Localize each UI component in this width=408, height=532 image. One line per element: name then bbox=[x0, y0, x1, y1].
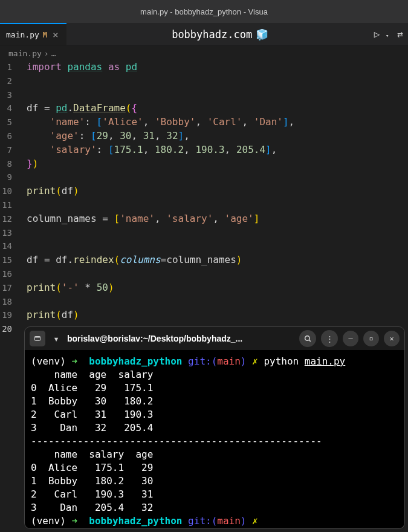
site-label: bobbyhadz.com 🧊 bbox=[66, 23, 374, 45]
svg-rect-1 bbox=[35, 337, 40, 338]
breadcrumb[interactable]: main.py › … bbox=[0, 46, 408, 60]
terminal-new-tab-button[interactable] bbox=[30, 331, 45, 346]
svg-point-2 bbox=[305, 336, 309, 340]
terminal-output[interactable]: (venv) ➜ bobbyhadz_python git:(main) ✗ p… bbox=[25, 350, 404, 528]
maximize-icon[interactable]: ▫ bbox=[363, 331, 379, 346]
breadcrumb-file: main.py bbox=[8, 49, 42, 58]
breadcrumb-sep: › bbox=[44, 49, 49, 58]
editor[interactable]: 1234567891011121314151617181920 import p… bbox=[0, 60, 408, 336]
git-compare-icon[interactable]: ⇄ bbox=[397, 28, 403, 40]
window-title: main.py - bobbyhadz_python - Visua bbox=[140, 7, 268, 16]
menu-icon[interactable]: ⋮ bbox=[321, 330, 338, 347]
cube-icon: 🧊 bbox=[256, 28, 268, 41]
code-area[interactable]: import pandas as pd df = pd.DataFrame({ … bbox=[15, 60, 294, 336]
line-gutter: 1234567891011121314151617181920 bbox=[0, 60, 15, 336]
window-title-bar: main.py - bobbyhadz_python - Visua bbox=[0, 0, 408, 23]
breadcrumb-rest: … bbox=[51, 49, 56, 58]
minimize-icon[interactable]: — bbox=[343, 331, 358, 346]
tabs-row: main.py M × bobbyhadz.com 🧊 ▷ ▾ ⇄ bbox=[0, 23, 408, 46]
search-icon[interactable] bbox=[299, 330, 316, 347]
terminal-title: borislav@borislav:~/Desktop/bobbyhadz_..… bbox=[67, 334, 294, 343]
tab-modified-indicator: M bbox=[43, 31, 47, 39]
terminal-window: ▾ borislav@borislav:~/Desktop/bobbyhadz_… bbox=[24, 326, 405, 529]
editor-actions: ▷ ▾ ⇄ bbox=[374, 23, 408, 45]
close-window-icon[interactable]: ✕ bbox=[384, 331, 400, 346]
terminal-titlebar[interactable]: ▾ borislav@borislav:~/Desktop/bobbyhadz_… bbox=[25, 327, 404, 350]
close-icon[interactable]: × bbox=[51, 29, 60, 41]
tab-main-py[interactable]: main.py M × bbox=[0, 23, 66, 45]
tab-filename: main.py bbox=[6, 30, 39, 39]
run-icon[interactable]: ▷ ▾ bbox=[374, 28, 389, 40]
svg-line-3 bbox=[309, 340, 311, 342]
chevron-down-icon[interactable]: ▾ bbox=[50, 331, 62, 346]
